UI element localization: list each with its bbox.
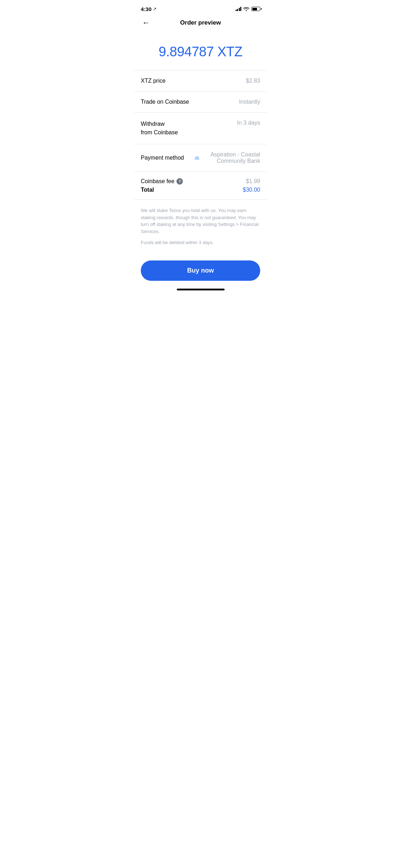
page-title: Order preview xyxy=(180,19,221,26)
back-arrow-icon: ← xyxy=(142,18,150,27)
battery-icon xyxy=(251,7,260,11)
status-time: 4:30 xyxy=(141,6,151,12)
svg-rect-6 xyxy=(195,159,199,160)
staking-disclaimer: We will stake Tezos you hold with us. Yo… xyxy=(141,207,260,235)
buy-button-container: Buy now xyxy=(134,253,267,284)
trade-row: Trade on Coinbase Instantly xyxy=(134,92,267,113)
xtz-price-value: $2.83 xyxy=(246,78,260,84)
coinbase-fee-label: Coinbase fee xyxy=(141,178,174,185)
fee-line: Coinbase fee ? $1.99 xyxy=(141,178,260,185)
status-bar: 4:30 ↗ xyxy=(134,0,267,16)
amount-value: 9.894787 XTZ xyxy=(141,44,260,60)
svg-rect-5 xyxy=(198,158,199,159)
help-icon[interactable]: ? xyxy=(176,178,183,185)
fee-total-section: Coinbase fee ? $1.99 Total $30.00 xyxy=(134,172,267,200)
withdraw-row: Withdrawfrom Coinbase In 3 days xyxy=(134,113,267,144)
total-line: Total $30.00 xyxy=(141,187,260,193)
buy-now-button[interactable]: Buy now xyxy=(141,260,260,281)
xtz-price-label: XTZ price xyxy=(141,78,165,84)
debit-disclaimer: Funds will be debited within 3 days. xyxy=(141,239,260,246)
total-value: $30.00 xyxy=(243,187,260,193)
disclaimer-section: We will stake Tezos you hold with us. Yo… xyxy=(134,200,267,253)
fee-label-group: Coinbase fee ? xyxy=(141,178,183,185)
signal-icon xyxy=(236,7,242,11)
page-wrapper: 4:30 ↗ ← Order xyxy=(134,0,267,293)
home-bar xyxy=(177,289,225,290)
svg-rect-4 xyxy=(197,158,198,159)
bottom-area: Buy now xyxy=(134,253,267,293)
back-button[interactable]: ← xyxy=(141,17,151,29)
bank-name: Aspiration - Coastal Community Bank xyxy=(201,151,260,164)
svg-rect-2 xyxy=(196,158,196,159)
payment-method-value: Aspiration - Coastal Community Bank xyxy=(195,151,260,164)
svg-rect-8 xyxy=(196,156,197,157)
svg-rect-0 xyxy=(195,157,199,158)
fee-value: $1.99 xyxy=(246,178,260,185)
status-icons xyxy=(236,7,261,11)
bank-icon xyxy=(195,155,200,161)
payment-method-row: Payment method Aspiration - Coastal Comm… xyxy=(134,144,267,172)
total-label: Total xyxy=(141,187,154,193)
location-icon: ↗ xyxy=(153,6,156,11)
trade-value: Instantly xyxy=(239,99,260,105)
payment-method-label: Payment method xyxy=(141,155,184,161)
amount-section: 9.894787 XTZ xyxy=(134,30,267,70)
wifi-icon xyxy=(243,7,249,11)
svg-rect-1 xyxy=(195,158,195,159)
withdraw-value: In 3 days xyxy=(237,120,260,126)
withdraw-label: Withdrawfrom Coinbase xyxy=(141,120,178,137)
trade-label: Trade on Coinbase xyxy=(141,99,189,105)
svg-rect-3 xyxy=(196,158,197,159)
nav-bar: ← Order preview xyxy=(134,16,267,30)
home-indicator xyxy=(134,284,267,293)
xtz-price-row: XTZ price $2.83 xyxy=(134,71,267,92)
